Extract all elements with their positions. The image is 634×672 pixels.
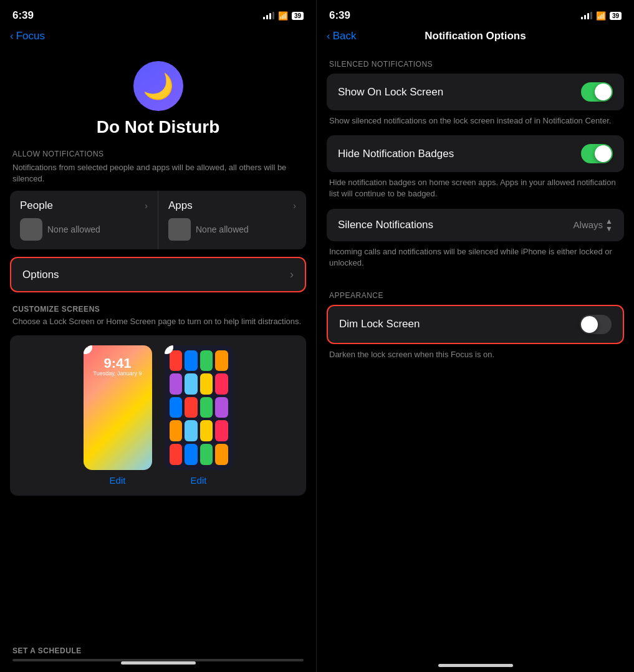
back-button-left[interactable]: ‹ Focus (10, 30, 45, 42)
lock-screen-preview: − 9:41 Tuesday, January 9 (84, 345, 152, 470)
battery-left: 39 (292, 12, 304, 20)
chevron-left-icon-right: ‹ (327, 30, 330, 42)
hide-badges-row[interactable]: Hide Notification Badges (327, 135, 624, 172)
show-lock-screen-toggle[interactable] (581, 82, 613, 102)
options-label: Options (22, 269, 59, 281)
people-none-label: None allowed (47, 224, 100, 234)
dim-lock-screen-toggle[interactable] (580, 315, 612, 334)
options-chevron-icon: › (290, 268, 294, 281)
people-avatar (20, 218, 42, 241)
apps-cell[interactable]: Apps › None allowed (158, 191, 306, 249)
allow-notifications-label: ALLOW NOTIFICATIONS (0, 150, 316, 162)
lock-screen-date: Tuesday, January 9 (84, 370, 152, 377)
people-cell[interactable]: People › None allowed (10, 191, 158, 249)
back-label-left: Focus (16, 30, 45, 42)
allow-notifications-desc: Notifications from selected people and a… (0, 162, 316, 191)
status-icons-left: 📶 39 (263, 11, 304, 21)
signal-icon-right (581, 12, 592, 19)
focus-icon: 🌙 (133, 61, 183, 111)
status-bar-right: 6:39 📶 39 (317, 0, 634, 27)
people-chevron-icon: › (145, 201, 148, 211)
hide-badges-toggle[interactable] (581, 144, 613, 163)
dim-lock-screen-desc: Darken the lock screen when this Focus i… (317, 345, 634, 369)
nav-bar-left: ‹ Focus (0, 27, 316, 49)
allow-grid: People › None allowed Apps › None allowe… (10, 191, 306, 249)
right-panel: 6:39 📶 39 ‹ Back Notification Options SI… (317, 0, 634, 672)
moon-icon: 🌙 (143, 72, 174, 101)
apps-avatar (168, 218, 191, 241)
home-indicator-right (438, 664, 513, 667)
back-button-right[interactable]: ‹ Back (327, 30, 356, 42)
lock-screen-item[interactable]: − 9:41 Tuesday, January 9 Edit (84, 345, 152, 486)
hide-badges-label: Hide Notification Badges (338, 148, 454, 160)
battery-right: 39 (610, 12, 622, 20)
signal-icon-left (263, 12, 274, 19)
home-indicator-left (121, 661, 196, 665)
updown-icon: ▲ ▼ (605, 218, 613, 233)
chevron-left-icon: ‹ (10, 30, 14, 42)
silence-right: Always ▲ ▼ (574, 218, 613, 233)
wifi-icon-right: 📶 (596, 11, 606, 21)
show-lock-screen-desc: Show silenced notifications on the lock … (317, 112, 634, 135)
focus-title: Do Not Disturb (0, 117, 316, 150)
back-label-right: Back (333, 30, 357, 42)
silenced-section-label: SILENCED NOTIFICATIONS (317, 49, 634, 74)
show-lock-screen-row[interactable]: Show On Lock Screen (327, 74, 624, 110)
customize-section: CUSTOMIZE SCREENS Choose a Lock Screen o… (0, 305, 316, 335)
hide-badges-desc: Hide notification badges on home screen … (317, 173, 634, 208)
apps-title: Apps (168, 199, 193, 212)
apps-chevron-icon: › (293, 201, 296, 211)
status-bar-left: 6:39 📶 39 (0, 0, 316, 27)
wifi-icon-left: 📶 (278, 11, 288, 21)
options-row[interactable]: Options › (10, 257, 306, 292)
dim-lock-screen-row[interactable]: Dim Lock Screen (327, 305, 624, 344)
apps-none-label: None allowed (196, 224, 249, 234)
screens-container: − 9:41 Tuesday, January 9 Edit − (10, 335, 306, 496)
home-screen-bg (165, 345, 233, 470)
left-panel: 6:39 📶 39 ‹ Focus 🌙 Do Not Disturb ALLOW… (0, 0, 317, 672)
lock-screen-time: 9:41 (84, 355, 152, 372)
show-lock-screen-label: Show On Lock Screen (338, 86, 443, 98)
page-title-right: Notification Options (425, 30, 526, 42)
customize-desc: Choose a Lock Screen or Home Screen page… (12, 316, 304, 327)
focus-icon-wrap: 🌙 (0, 49, 316, 117)
schedule-label: SET A SCHEDULE (0, 636, 316, 659)
silence-notifications-desc: Incoming calls and notifications will be… (317, 242, 634, 277)
people-title: People (20, 199, 53, 212)
toggle-knob-2 (595, 145, 612, 162)
toggle-knob-3 (581, 316, 598, 333)
status-icons-right: 📶 39 (581, 11, 622, 21)
nav-bar-right: ‹ Back Notification Options (317, 27, 634, 49)
appearance-section-label: APPEARANCE (317, 280, 634, 305)
home-screen-edit-button[interactable]: Edit (191, 475, 207, 486)
time-left: 6:39 (12, 9, 34, 22)
lock-screen-bg: 9:41 Tuesday, January 9 (84, 345, 152, 470)
silence-notifications-label: Silence Notifications (338, 219, 433, 231)
dim-lock-screen-label: Dim Lock Screen (339, 318, 420, 330)
toggle-knob (595, 84, 612, 100)
home-screen-preview: − (165, 345, 233, 470)
time-right: 6:39 (329, 9, 350, 22)
home-screen-item[interactable]: − (165, 345, 233, 486)
silence-notifications-row[interactable]: Silence Notifications Always ▲ ▼ (327, 209, 624, 241)
customize-title: CUSTOMIZE SCREENS (12, 305, 304, 314)
silence-notifications-value: Always (574, 219, 603, 230)
lock-screen-edit-button[interactable]: Edit (110, 475, 126, 486)
appearance-section: APPEARANCE Dim Lock Screen Darken the lo… (317, 280, 634, 369)
